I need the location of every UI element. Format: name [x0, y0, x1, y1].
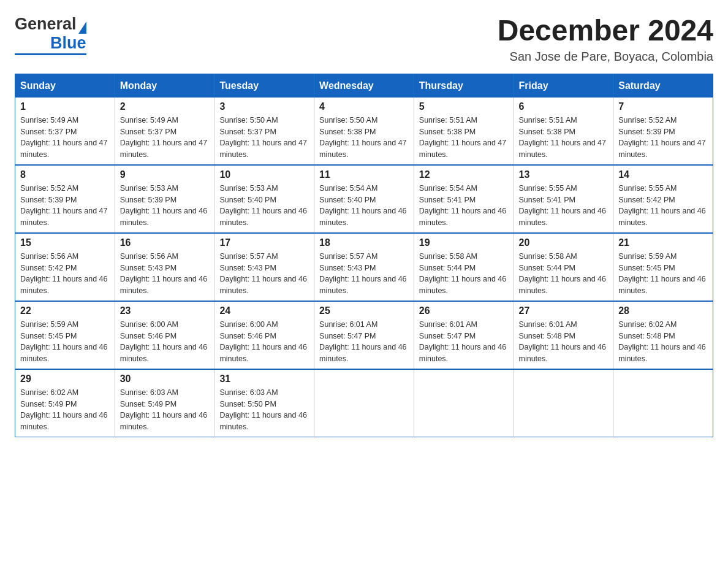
- day-info: Sunrise: 5:52 AMSunset: 5:39 PMDaylight:…: [20, 183, 110, 229]
- calendar-day-cell: 21Sunrise: 5:59 AMSunset: 5:45 PMDayligh…: [613, 233, 713, 301]
- calendar-week-row: 29Sunrise: 6:02 AMSunset: 5:49 PMDayligh…: [15, 369, 713, 437]
- calendar-day-cell: [314, 369, 414, 437]
- calendar-day-cell: 30Sunrise: 6:03 AMSunset: 5:49 PMDayligh…: [115, 369, 214, 437]
- calendar-week-row: 1Sunrise: 5:49 AMSunset: 5:37 PMDaylight…: [15, 98, 713, 165]
- calendar-day-cell: 13Sunrise: 5:55 AMSunset: 5:41 PMDayligh…: [514, 165, 613, 233]
- day-info: Sunrise: 6:01 AMSunset: 5:47 PMDaylight:…: [419, 319, 509, 365]
- day-number: 19: [419, 237, 509, 248]
- weekday-header-thursday: Thursday: [414, 74, 514, 98]
- weekday-header-tuesday: Tuesday: [214, 74, 314, 98]
- day-info: Sunrise: 5:49 AMSunset: 5:37 PMDaylight:…: [120, 115, 210, 161]
- day-number: 8: [20, 169, 110, 180]
- calendar-day-cell: 11Sunrise: 5:54 AMSunset: 5:40 PMDayligh…: [314, 165, 414, 233]
- day-info: Sunrise: 5:54 AMSunset: 5:40 PMDaylight:…: [319, 183, 409, 229]
- calendar-day-cell: 23Sunrise: 6:00 AMSunset: 5:46 PMDayligh…: [115, 301, 214, 369]
- calendar-day-cell: 29Sunrise: 6:02 AMSunset: 5:49 PMDayligh…: [15, 369, 115, 437]
- weekday-header-friday: Friday: [514, 74, 613, 98]
- day-number: 5: [419, 101, 509, 112]
- calendar-day-cell: 18Sunrise: 5:57 AMSunset: 5:43 PMDayligh…: [314, 233, 414, 301]
- calendar-table: SundayMondayTuesdayWednesdayThursdayFrid…: [15, 74, 713, 437]
- day-info: Sunrise: 5:58 AMSunset: 5:44 PMDaylight:…: [519, 251, 609, 297]
- day-info: Sunrise: 5:57 AMSunset: 5:43 PMDaylight:…: [319, 251, 409, 297]
- day-info: Sunrise: 5:59 AMSunset: 5:45 PMDaylight:…: [618, 251, 708, 297]
- day-info: Sunrise: 5:56 AMSunset: 5:42 PMDaylight:…: [20, 251, 110, 297]
- calendar-day-cell: 3Sunrise: 5:50 AMSunset: 5:37 PMDaylight…: [214, 98, 314, 165]
- logo-general-text: General: [15, 15, 77, 34]
- day-number: 22: [20, 305, 110, 316]
- day-number: 3: [219, 101, 309, 112]
- calendar-day-cell: [414, 369, 514, 437]
- calendar-day-cell: 26Sunrise: 6:01 AMSunset: 5:47 PMDayligh…: [414, 301, 514, 369]
- location-text: San Jose de Pare, Boyaca, Colombia: [498, 50, 713, 64]
- day-number: 16: [120, 237, 210, 248]
- day-info: Sunrise: 5:49 AMSunset: 5:37 PMDaylight:…: [20, 115, 110, 161]
- weekday-header-monday: Monday: [115, 74, 214, 98]
- calendar-day-cell: 14Sunrise: 5:55 AMSunset: 5:42 PMDayligh…: [613, 165, 713, 233]
- day-number: 21: [618, 237, 708, 248]
- day-info: Sunrise: 5:50 AMSunset: 5:38 PMDaylight:…: [319, 115, 409, 161]
- calendar-day-cell: 10Sunrise: 5:53 AMSunset: 5:40 PMDayligh…: [214, 165, 314, 233]
- day-number: 24: [219, 305, 309, 316]
- weekday-header-wednesday: Wednesday: [314, 74, 414, 98]
- day-info: Sunrise: 5:55 AMSunset: 5:41 PMDaylight:…: [519, 183, 609, 229]
- calendar-week-row: 22Sunrise: 5:59 AMSunset: 5:45 PMDayligh…: [15, 301, 713, 369]
- day-info: Sunrise: 5:51 AMSunset: 5:38 PMDaylight:…: [419, 115, 509, 161]
- day-info: Sunrise: 5:58 AMSunset: 5:44 PMDaylight:…: [419, 251, 509, 297]
- logo-triangle-icon: [78, 21, 86, 34]
- calendar-day-cell: 2Sunrise: 5:49 AMSunset: 5:37 PMDaylight…: [115, 98, 214, 165]
- day-number: 29: [20, 373, 110, 385]
- day-number: 17: [219, 237, 309, 248]
- day-number: 7: [618, 101, 708, 112]
- calendar-day-cell: 17Sunrise: 5:57 AMSunset: 5:43 PMDayligh…: [214, 233, 314, 301]
- day-number: 6: [519, 101, 609, 112]
- day-number: 15: [20, 237, 110, 248]
- weekday-header-saturday: Saturday: [613, 74, 713, 98]
- day-info: Sunrise: 5:53 AMSunset: 5:40 PMDaylight:…: [219, 183, 309, 229]
- calendar-day-cell: [613, 369, 713, 437]
- day-number: 13: [519, 169, 609, 180]
- day-info: Sunrise: 6:03 AMSunset: 5:49 PMDaylight:…: [120, 387, 210, 433]
- day-info: Sunrise: 6:01 AMSunset: 5:48 PMDaylight:…: [519, 319, 609, 365]
- calendar-day-cell: 16Sunrise: 5:56 AMSunset: 5:43 PMDayligh…: [115, 233, 214, 301]
- day-number: 18: [319, 237, 409, 248]
- calendar-day-cell: 7Sunrise: 5:52 AMSunset: 5:39 PMDaylight…: [613, 98, 713, 165]
- day-info: Sunrise: 5:59 AMSunset: 5:45 PMDaylight:…: [20, 319, 110, 365]
- calendar-day-cell: 25Sunrise: 6:01 AMSunset: 5:47 PMDayligh…: [314, 301, 414, 369]
- day-info: Sunrise: 5:50 AMSunset: 5:37 PMDaylight:…: [219, 115, 309, 161]
- day-number: 23: [120, 305, 210, 316]
- calendar-day-cell: 6Sunrise: 5:51 AMSunset: 5:38 PMDaylight…: [514, 98, 613, 165]
- day-info: Sunrise: 6:02 AMSunset: 5:49 PMDaylight:…: [20, 387, 110, 433]
- day-number: 2: [120, 101, 210, 112]
- day-info: Sunrise: 5:55 AMSunset: 5:42 PMDaylight:…: [618, 183, 708, 229]
- calendar-day-cell: 4Sunrise: 5:50 AMSunset: 5:38 PMDaylight…: [314, 98, 414, 165]
- calendar-day-cell: 5Sunrise: 5:51 AMSunset: 5:38 PMDaylight…: [414, 98, 514, 165]
- day-number: 11: [319, 169, 409, 180]
- day-number: 4: [319, 101, 409, 112]
- day-number: 30: [120, 373, 210, 385]
- calendar-day-cell: 20Sunrise: 5:58 AMSunset: 5:44 PMDayligh…: [514, 233, 613, 301]
- day-info: Sunrise: 5:54 AMSunset: 5:41 PMDaylight:…: [419, 183, 509, 229]
- day-info: Sunrise: 5:51 AMSunset: 5:38 PMDaylight:…: [519, 115, 609, 161]
- day-number: 9: [120, 169, 210, 180]
- calendar-week-row: 15Sunrise: 5:56 AMSunset: 5:42 PMDayligh…: [15, 233, 713, 301]
- day-info: Sunrise: 5:57 AMSunset: 5:43 PMDaylight:…: [219, 251, 309, 297]
- calendar-day-cell: 27Sunrise: 6:01 AMSunset: 5:48 PMDayligh…: [514, 301, 613, 369]
- weekday-header-sunday: Sunday: [15, 74, 115, 98]
- day-info: Sunrise: 6:02 AMSunset: 5:48 PMDaylight:…: [618, 319, 708, 365]
- calendar-day-cell: 8Sunrise: 5:52 AMSunset: 5:39 PMDaylight…: [15, 165, 115, 233]
- calendar-day-cell: 12Sunrise: 5:54 AMSunset: 5:41 PMDayligh…: [414, 165, 514, 233]
- calendar-day-cell: [514, 369, 613, 437]
- day-info: Sunrise: 6:00 AMSunset: 5:46 PMDaylight:…: [120, 319, 210, 365]
- calendar-day-cell: 1Sunrise: 5:49 AMSunset: 5:37 PMDaylight…: [15, 98, 115, 165]
- calendar-day-cell: 15Sunrise: 5:56 AMSunset: 5:42 PMDayligh…: [15, 233, 115, 301]
- day-number: 10: [219, 169, 309, 180]
- logo: General Blue: [15, 15, 86, 55]
- day-info: Sunrise: 6:00 AMSunset: 5:46 PMDaylight:…: [219, 319, 309, 365]
- day-info: Sunrise: 6:01 AMSunset: 5:47 PMDaylight:…: [319, 319, 409, 365]
- day-number: 31: [219, 373, 309, 385]
- day-number: 12: [419, 169, 509, 180]
- calendar-day-cell: 24Sunrise: 6:00 AMSunset: 5:46 PMDayligh…: [214, 301, 314, 369]
- month-title: December 2024: [498, 15, 713, 47]
- day-number: 28: [618, 305, 708, 316]
- page-header: General Blue December 2024 San Jose de P…: [15, 15, 713, 64]
